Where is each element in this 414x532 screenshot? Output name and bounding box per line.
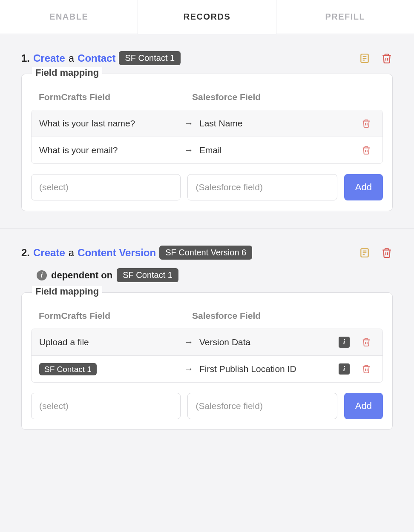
mapping-row: SF Contact 1 → First Publish Location ID… (32, 356, 382, 382)
field-mapping-fieldset-1: Field mapping FormCrafts Field Salesforc… (21, 74, 393, 211)
formcrafts-field-select[interactable]: (select) (31, 393, 181, 419)
section-divider (0, 228, 414, 229)
action-link[interactable]: Create (33, 52, 65, 64)
arrow-icon: → (184, 337, 199, 348)
object-link[interactable]: Content Version (78, 247, 156, 259)
add-mapping-row: (select) (Salesforce field) Add (31, 174, 383, 200)
delete-record-icon[interactable] (381, 52, 393, 64)
arrow-icon: → (184, 118, 199, 129)
info-square-icon[interactable]: i (336, 363, 353, 375)
delete-mapping-icon[interactable] (358, 364, 375, 374)
mapping-row: What is your last name? → Last Name (32, 110, 382, 137)
delete-mapping-icon[interactable] (358, 145, 375, 155)
notes-icon[interactable] (359, 52, 371, 64)
mapping-fc-cell: SF Contact 1 (39, 364, 184, 374)
record-section-1: 1. Create a Contact SF Contact 1 Field m… (21, 51, 393, 211)
record-number: 1. (21, 52, 30, 64)
add-mapping-row: (select) (Salesforce field) Add (31, 393, 383, 419)
article-a: a (69, 247, 74, 259)
article-a: a (69, 52, 74, 64)
info-square-icon[interactable]: i (336, 337, 353, 348)
add-button[interactable]: Add (344, 174, 383, 200)
object-link[interactable]: Contact (78, 52, 115, 64)
delete-mapping-icon[interactable] (358, 337, 375, 347)
tab-records[interactable]: RECORDS (138, 0, 276, 34)
mapping-table-1: What is your last name? → Last Name What… (31, 110, 383, 164)
mapping-row: Upload a file → Version Data i (32, 329, 382, 356)
info-icon[interactable]: i (37, 270, 47, 280)
mapping-sf-cell: Version Data (199, 337, 336, 347)
formcrafts-field-select[interactable]: (select) (31, 174, 181, 200)
content-area: 1. Create a Contact SF Contact 1 Field m… (0, 34, 414, 460)
notes-icon[interactable] (359, 247, 371, 259)
mapping-sf-cell: Email (199, 145, 353, 155)
col-header-fc: FormCrafts Field (39, 311, 192, 321)
record-section-2: 2. Create a Content Version SF Content V… (21, 246, 393, 430)
arrow-icon: → (184, 363, 199, 375)
tab-enable[interactable]: ENABLE (0, 0, 138, 34)
delete-record-icon[interactable] (381, 247, 393, 259)
fc-badge: SF Contact 1 (39, 363, 97, 375)
column-headers: FormCrafts Field Salesforce Field (31, 303, 383, 329)
record-header-2: 2. Create a Content Version SF Content V… (21, 246, 393, 260)
delete-mapping-icon[interactable] (358, 118, 375, 129)
field-mapping-fieldset-2: Field mapping FormCrafts Field Salesforc… (21, 292, 393, 430)
mapping-table-2: Upload a file → Version Data i SF Contac… (31, 329, 383, 383)
record-badge: SF Content Version 6 (159, 246, 252, 260)
mapping-fc-cell: Upload a file (39, 337, 184, 347)
mapping-sf-cell: Last Name (199, 118, 353, 129)
mapping-sf-cell: First Publish Location ID (199, 364, 336, 374)
mapping-row: What is your email? → Email (32, 137, 382, 163)
record-number: 2. (21, 247, 30, 259)
salesforce-field-select[interactable]: (Salesforce field) (187, 393, 337, 419)
arrow-icon: → (184, 145, 199, 156)
dependent-label: dependent on (51, 270, 112, 281)
col-header-sf: Salesforce Field (192, 311, 375, 321)
record-badge: SF Contact 1 (119, 51, 181, 65)
dependent-row: i dependent on SF Contact 1 (37, 268, 393, 282)
tab-prefill[interactable]: PREFILL (276, 0, 414, 34)
col-header-fc: FormCrafts Field (39, 92, 192, 102)
mapping-fc-cell: What is your email? (39, 145, 184, 155)
fieldset-label: Field mapping (32, 67, 102, 78)
action-link[interactable]: Create (33, 247, 65, 259)
add-button[interactable]: Add (344, 393, 383, 419)
mapping-fc-cell: What is your last name? (39, 118, 184, 129)
tab-bar: ENABLE RECORDS PREFILL (0, 0, 414, 34)
column-headers: FormCrafts Field Salesforce Field (31, 84, 383, 110)
salesforce-field-select[interactable]: (Salesforce field) (187, 174, 337, 200)
fieldset-label: Field mapping (32, 286, 102, 297)
dependent-badge: SF Contact 1 (117, 268, 178, 282)
col-header-sf: Salesforce Field (192, 92, 375, 102)
record-header-1: 1. Create a Contact SF Contact 1 (21, 51, 393, 65)
